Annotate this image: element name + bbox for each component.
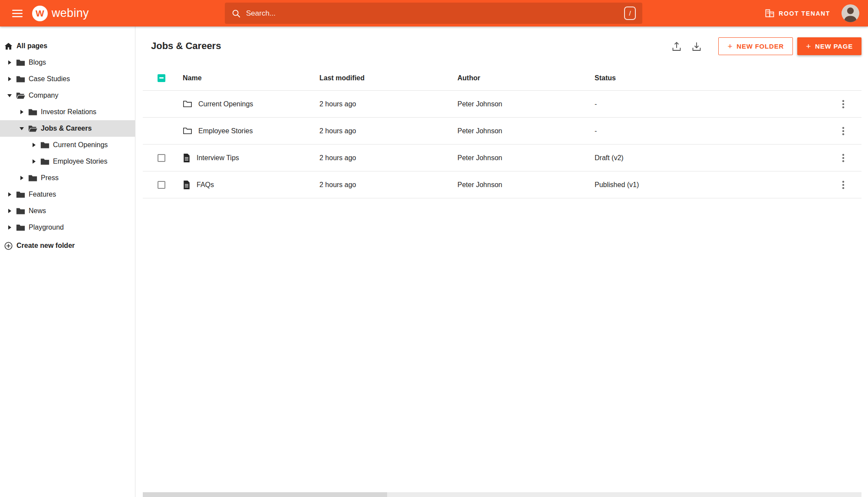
search-shortcut-badge: / <box>624 7 636 20</box>
folder-icon <box>16 207 25 215</box>
sidebar-item-jobs-careers[interactable]: Jobs & Careers <box>0 120 135 137</box>
table-row-interview-tips[interactable]: Interview Tips 2 hours ago Peter Johnson… <box>143 145 861 171</box>
folder-icon <box>28 174 37 182</box>
row-last-modified: 2 hours ago <box>319 100 457 108</box>
row-name: Interview Tips <box>197 154 239 162</box>
document-icon <box>183 180 191 190</box>
chevron-right-icon[interactable] <box>16 107 27 117</box>
search-input[interactable] <box>246 9 619 18</box>
row-name: Current Openings <box>198 100 253 108</box>
horizontal-scrollbar[interactable] <box>143 492 861 497</box>
sidebar-item-label: Company <box>29 92 58 99</box>
row-last-modified: 2 hours ago <box>319 181 457 189</box>
sidebar-item-label: Playground <box>29 224 64 231</box>
new-page-button[interactable]: + NEW PAGE <box>797 37 861 55</box>
row-name: FAQs <box>197 181 214 189</box>
kebab-menu-icon[interactable] <box>838 126 848 136</box>
table-row-current-openings[interactable]: Current Openings 2 hours ago Peter Johns… <box>143 91 861 118</box>
folder-icon <box>183 127 192 135</box>
sidebar-item-label: Case Studies <box>29 75 70 83</box>
sidebar-item-features[interactable]: Features <box>0 186 135 203</box>
row-status: Published (v1) <box>595 181 825 189</box>
folder-open-icon <box>28 125 37 132</box>
sidebar-item-label: Press <box>41 174 59 182</box>
webiny-logo-icon: W <box>32 6 48 21</box>
kebab-menu-icon[interactable] <box>838 180 848 190</box>
column-header-name: Name <box>183 74 319 82</box>
folders-sidebar: All pages Blogs Case Studies Company Inv… <box>0 26 135 497</box>
chevron-down-icon[interactable] <box>16 123 27 134</box>
folder-icon <box>16 59 25 66</box>
row-author: Peter Johnson <box>457 154 595 162</box>
topbar-right: ROOT TENANT <box>765 4 859 22</box>
sidebar-item-press[interactable]: Press <box>0 170 135 186</box>
select-all-checkbox[interactable] <box>158 74 165 82</box>
chevron-right-icon[interactable] <box>4 74 15 84</box>
folder-icon <box>40 158 49 165</box>
row-last-modified: 2 hours ago <box>319 127 457 135</box>
new-folder-label: NEW FOLDER <box>736 43 784 50</box>
chevron-right-icon[interactable] <box>29 140 39 150</box>
chevron-right-icon[interactable] <box>29 156 39 167</box>
main-content: Jobs & Careers + NEW FOLDER + NEW PAGE N… <box>135 26 868 497</box>
search-bar[interactable]: / <box>225 3 642 24</box>
table-header-row: Name Last modified Author Status <box>143 66 861 91</box>
hamburger-menu-icon[interactable] <box>9 5 26 22</box>
sidebar-item-company[interactable]: Company <box>0 87 135 104</box>
chevron-right-icon[interactable] <box>4 222 15 233</box>
webiny-logo[interactable]: W webiny <box>32 6 89 21</box>
row-author: Peter Johnson <box>457 100 595 108</box>
create-new-folder-button[interactable]: Create new folder <box>0 237 135 254</box>
name-cell: Current Openings <box>183 100 319 108</box>
new-page-label: NEW PAGE <box>815 43 853 50</box>
folder-icon <box>183 100 192 108</box>
import-pages-button[interactable] <box>688 37 705 55</box>
sidebar-item-label: Jobs & Careers <box>41 125 92 132</box>
new-folder-button[interactable]: + NEW FOLDER <box>718 37 793 55</box>
sidebar-item-case-studies[interactable]: Case Studies <box>0 71 135 87</box>
logo-monogram: W <box>36 8 44 19</box>
tenant-label: ROOT TENANT <box>779 10 830 17</box>
kebab-menu-icon[interactable] <box>838 99 848 109</box>
sidebar-item-current-openings[interactable]: Current Openings <box>0 137 135 153</box>
name-cell: Interview Tips <box>183 153 319 163</box>
topbar: W webiny / ROOT TENANT <box>0 0 868 26</box>
scrollbar-thumb[interactable] <box>143 492 387 497</box>
name-cell: FAQs <box>183 180 319 190</box>
chevron-right-icon[interactable] <box>4 57 15 68</box>
row-author: Peter Johnson <box>457 127 595 135</box>
building-icon <box>765 9 774 17</box>
row-status: - <box>595 100 825 108</box>
plus-icon: + <box>806 42 811 50</box>
sidebar-item-investor-relations[interactable]: Investor Relations <box>0 104 135 120</box>
user-avatar[interactable] <box>842 4 859 22</box>
tenant-selector[interactable]: ROOT TENANT <box>765 9 830 17</box>
table-row-employee-stories[interactable]: Employee Stories 2 hours ago Peter Johns… <box>143 118 861 145</box>
sidebar-item-label: Current Openings <box>53 141 108 149</box>
row-status: - <box>595 127 825 135</box>
column-header-status: Status <box>595 74 825 82</box>
sidebar-item-news[interactable]: News <box>0 203 135 219</box>
row-last-modified: 2 hours ago <box>319 154 457 162</box>
chevron-right-icon[interactable] <box>4 206 15 216</box>
row-checkbox[interactable] <box>158 181 165 189</box>
folder-icon <box>16 76 25 83</box>
sidebar-item-playground[interactable]: Playground <box>0 219 135 236</box>
sidebar-item-all-pages[interactable]: All pages <box>0 38 135 54</box>
chevron-right-icon[interactable] <box>16 173 27 183</box>
sidebar-item-blogs[interactable]: Blogs <box>0 54 135 71</box>
folder-icon <box>16 191 25 198</box>
sidebar-item-employee-stories[interactable]: Employee Stories <box>0 153 135 170</box>
sidebar-item-label: Features <box>29 191 56 198</box>
table-row-faqs[interactable]: FAQs 2 hours ago Peter Johnson Published… <box>143 171 861 198</box>
row-checkbox[interactable] <box>158 154 165 162</box>
chevron-right-icon[interactable] <box>4 189 15 200</box>
page-title: Jobs & Careers <box>151 40 668 52</box>
row-name: Employee Stories <box>198 127 253 135</box>
plus-circle-icon <box>4 242 13 250</box>
logo-text: webiny <box>52 7 89 20</box>
create-folder-label: Create new folder <box>16 242 75 250</box>
export-pages-button[interactable] <box>668 37 685 55</box>
chevron-down-icon[interactable] <box>4 90 15 101</box>
kebab-menu-icon[interactable] <box>838 153 848 163</box>
